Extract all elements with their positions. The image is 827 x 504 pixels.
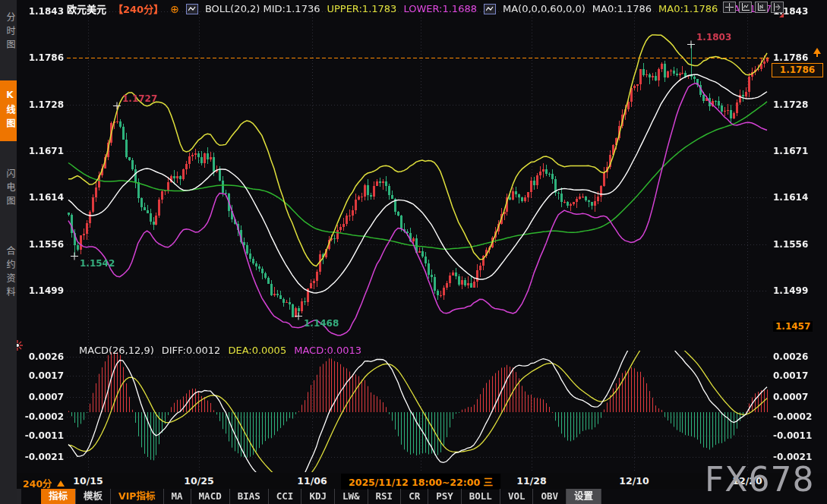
timeline: 240分 2025/11/12 18:00~22:00 三 10/1510/25… <box>0 473 827 489</box>
boll-lower-value: LOWER:1.1688 <box>403 3 477 14</box>
price-axis-label-left: 1.1614 <box>18 192 64 203</box>
timeline-date: 12/10 <box>619 475 649 487</box>
macd-axis-label-left: -0.0011 <box>18 430 64 441</box>
macd-axis-label-right: 0.0007 <box>773 392 823 402</box>
price-axis-label-right: 1.1499 <box>773 285 823 296</box>
chart-legend: 欧元美元 【240分】 ⊕ BOLL(20,2) MID:1.1736 UPPE… <box>67 2 784 16</box>
macd-axis-label-left: -0.0021 <box>18 452 64 462</box>
macd-axis-label-left: 0.0026 <box>18 351 64 362</box>
ma-label: MA(0,0,0,60,0,0) <box>503 3 586 14</box>
ma0-value-2: MA0:1.1786 <box>658 3 718 14</box>
toolbar-button-vol[interactable]: VOL <box>500 489 534 504</box>
sidebar-tab-time-chart[interactable]: 分时图 <box>0 3 17 62</box>
timeline-date: 11/28 <box>516 475 546 487</box>
toolbar-button-macd[interactable]: MACD <box>191 489 230 504</box>
toolbar-button-boll[interactable]: BOLL <box>462 489 500 504</box>
chevron-up-icon <box>57 480 65 487</box>
toolbar-button-vip-indicators[interactable]: VIP指标 <box>111 489 164 504</box>
price-axis-label-left: 1.1843 <box>18 6 64 17</box>
session-low-label: 1.1457 <box>773 321 813 332</box>
price-axis-label-left: 1.1671 <box>18 146 64 156</box>
macd-title: MACD(26,12,9) <box>79 345 154 356</box>
sidebar-tab-flash-chart[interactable]: 闪电图 <box>0 159 17 219</box>
boll-upper-value: UPPER:1.1783 <box>327 3 396 14</box>
sidebar-tab-kline-chart[interactable]: K线图 <box>0 80 17 141</box>
price-axis-label-left: 1.1499 <box>18 285 64 296</box>
macd-legend: MACD(26,12,9) DIFF:0.0012 DEA:0.0005 MAC… <box>79 345 361 356</box>
macd-diff-value: DIFF:0.0012 <box>162 345 221 356</box>
macd-axis-label-right: -0.0002 <box>773 411 823 422</box>
toolbar-button-lw[interactable]: LW& <box>335 489 368 504</box>
watermark: FX678 <box>705 463 814 496</box>
add-compare-icon[interactable]: ⊕ <box>170 3 179 15</box>
price-axis-label-left: 1.1728 <box>18 99 64 110</box>
toolbar-button-cr[interactable]: CR <box>401 489 428 504</box>
timeline-date: 10/25 <box>184 475 213 487</box>
y-axis-scale-icon[interactable] <box>739 2 752 13</box>
macd-axis-label-right: 0.0026 <box>773 351 823 362</box>
macd-dea-value: DEA:0.0005 <box>228 345 286 356</box>
timeline-date: 11/06 <box>297 475 327 487</box>
sidebar-tab-contract-info[interactable]: 合约资料 <box>0 237 17 310</box>
crosshair-icon[interactable] <box>723 2 736 13</box>
toolbar-button-rsi[interactable]: RSI <box>368 489 402 504</box>
toolbar-button-cci[interactable]: CCI <box>269 489 302 504</box>
macd-axis-label-right: 0.0017 <box>773 370 823 381</box>
period-label: 【240分】 <box>113 2 163 16</box>
x-axis-scale-icon[interactable] <box>755 2 768 13</box>
indicator-toolbar: 指标模板VIP指标MAMACDBIASCCIKDJLW&RSICRPSYBOLL… <box>41 489 601 504</box>
price-up-arrow-icon <box>813 48 821 54</box>
toolbar-button-indicators[interactable]: 指标 <box>41 489 76 504</box>
price-axis-label-right: 1.1556 <box>773 239 823 250</box>
toolbar-button-kdj[interactable]: KDJ <box>301 489 335 504</box>
price-axis-label-left: 1.1786 <box>18 52 64 63</box>
pan-right-icon[interactable] <box>771 2 784 13</box>
price-axis-label-right: 1.1728 <box>773 99 823 110</box>
macd-axis-label-left: -0.0002 <box>18 411 64 422</box>
price-axis-label-left: 1.1556 <box>18 239 64 250</box>
toolbar-button-settings[interactable]: 设置 <box>567 489 601 504</box>
boll-indicator-icon[interactable] <box>186 4 198 14</box>
boll-mid-value: BOLL(20,2) MID:1.1736 <box>205 3 320 14</box>
macd-axis-label-left: 0.0007 <box>18 392 64 402</box>
toolbar-button-ma[interactable]: MA <box>164 489 191 504</box>
current-price-box: 1.1786 <box>772 63 823 77</box>
macd-axis-label-right: -0.0011 <box>773 430 823 441</box>
toolbar-button-obv[interactable]: OBV <box>533 489 567 504</box>
macd-macd-value: MACD:0.0013 <box>294 345 361 356</box>
candlestick-chart[interactable] <box>0 0 827 504</box>
toolbar-button-psy[interactable]: PSY <box>428 489 462 504</box>
price-axis-label-right: 1.1671 <box>773 146 823 156</box>
chart-tools <box>723 2 784 13</box>
toolbar-button-bias[interactable]: BIAS <box>230 489 269 504</box>
price-axis-label-right: 1.1614 <box>773 192 823 203</box>
selected-candle-time: 2025/11/12 18:00~22:00 三 <box>341 474 500 490</box>
toolbar-button-templates[interactable]: 模板 <box>76 489 111 504</box>
ma0-value-1: MA0:1.1786 <box>592 3 652 14</box>
alert-corner-icon <box>779 13 784 17</box>
macd-axis-label-left: 0.0017 <box>18 370 64 381</box>
symbol-name: 欧元美元 <box>67 2 106 16</box>
timeline-date: 10/15 <box>73 475 103 487</box>
sidebar: 分时图 K线图 闪电图 合约资料 <box>0 0 17 504</box>
ma-indicator-icon[interactable] <box>484 4 496 14</box>
